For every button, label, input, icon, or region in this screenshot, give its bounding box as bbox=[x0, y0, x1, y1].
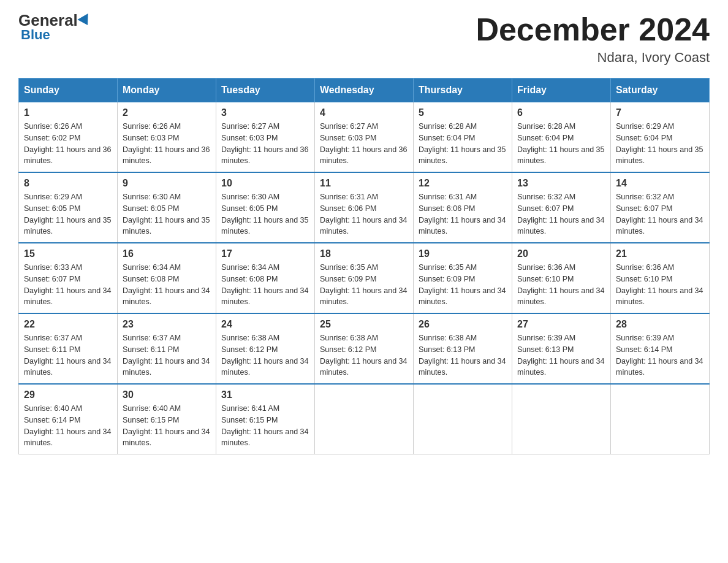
day-info: Sunrise: 6:38 AMSunset: 6:13 PMDaylight:… bbox=[419, 332, 507, 378]
day-number: 2 bbox=[123, 107, 211, 118]
day-info: Sunrise: 6:41 AMSunset: 6:15 PMDaylight:… bbox=[221, 403, 309, 449]
calendar-week-row: 15Sunrise: 6:33 AMSunset: 6:07 PMDayligh… bbox=[19, 243, 710, 313]
calendar-day-cell bbox=[611, 384, 710, 454]
day-info: Sunrise: 6:40 AMSunset: 6:14 PMDaylight:… bbox=[24, 403, 112, 449]
location-text: Ndara, Ivory Coast bbox=[476, 50, 710, 66]
day-number: 21 bbox=[616, 248, 704, 259]
calendar-day-cell: 11Sunrise: 6:31 AMSunset: 6:06 PMDayligh… bbox=[315, 172, 414, 243]
day-number: 3 bbox=[221, 107, 309, 118]
calendar-week-row: 1Sunrise: 6:26 AMSunset: 6:02 PMDaylight… bbox=[19, 102, 710, 173]
day-number: 6 bbox=[517, 107, 605, 118]
calendar-day-cell bbox=[414, 384, 512, 454]
day-info: Sunrise: 6:38 AMSunset: 6:12 PMDaylight:… bbox=[221, 332, 309, 378]
day-number: 23 bbox=[123, 319, 211, 330]
calendar-day-cell: 12Sunrise: 6:31 AMSunset: 6:06 PMDayligh… bbox=[414, 172, 512, 243]
day-info: Sunrise: 6:27 AMSunset: 6:03 PMDaylight:… bbox=[221, 121, 309, 167]
day-info: Sunrise: 6:35 AMSunset: 6:09 PMDaylight:… bbox=[419, 262, 507, 308]
calendar-day-cell: 10Sunrise: 6:30 AMSunset: 6:05 PMDayligh… bbox=[216, 172, 315, 243]
day-number: 13 bbox=[517, 178, 605, 189]
day-number: 31 bbox=[221, 389, 309, 400]
calendar-day-cell bbox=[512, 384, 611, 454]
day-info: Sunrise: 6:27 AMSunset: 6:03 PMDaylight:… bbox=[320, 121, 408, 167]
day-info: Sunrise: 6:38 AMSunset: 6:12 PMDaylight:… bbox=[320, 332, 408, 378]
calendar-table: SundayMondayTuesdayWednesdayThursdayFrid… bbox=[18, 78, 710, 454]
page-header: General Blue December 2024 Ndara, Ivory … bbox=[18, 12, 710, 66]
calendar-day-cell: 26Sunrise: 6:38 AMSunset: 6:13 PMDayligh… bbox=[414, 313, 512, 384]
day-number: 20 bbox=[517, 248, 605, 259]
calendar-week-row: 8Sunrise: 6:29 AMSunset: 6:05 PMDaylight… bbox=[19, 172, 710, 243]
day-number: 7 bbox=[616, 107, 704, 118]
day-info: Sunrise: 6:26 AMSunset: 6:02 PMDaylight:… bbox=[24, 121, 112, 167]
day-number: 12 bbox=[419, 178, 507, 189]
day-info: Sunrise: 6:40 AMSunset: 6:15 PMDaylight:… bbox=[123, 403, 211, 449]
column-header-sunday: Sunday bbox=[19, 79, 118, 102]
day-info: Sunrise: 6:34 AMSunset: 6:08 PMDaylight:… bbox=[123, 262, 211, 308]
calendar-header-row: SundayMondayTuesdayWednesdayThursdayFrid… bbox=[19, 79, 710, 102]
day-number: 26 bbox=[419, 319, 507, 330]
day-info: Sunrise: 6:28 AMSunset: 6:04 PMDaylight:… bbox=[419, 121, 507, 167]
calendar-day-cell: 8Sunrise: 6:29 AMSunset: 6:05 PMDaylight… bbox=[19, 172, 118, 243]
day-info: Sunrise: 6:30 AMSunset: 6:05 PMDaylight:… bbox=[123, 191, 211, 237]
calendar-day-cell: 14Sunrise: 6:32 AMSunset: 6:07 PMDayligh… bbox=[611, 172, 710, 243]
day-info: Sunrise: 6:30 AMSunset: 6:05 PMDaylight:… bbox=[221, 191, 309, 237]
calendar-day-cell: 13Sunrise: 6:32 AMSunset: 6:07 PMDayligh… bbox=[512, 172, 611, 243]
day-info: Sunrise: 6:37 AMSunset: 6:11 PMDaylight:… bbox=[123, 332, 211, 378]
day-number: 10 bbox=[221, 178, 309, 189]
day-info: Sunrise: 6:31 AMSunset: 6:06 PMDaylight:… bbox=[419, 191, 507, 237]
day-number: 18 bbox=[320, 248, 408, 259]
day-info: Sunrise: 6:39 AMSunset: 6:13 PMDaylight:… bbox=[517, 332, 605, 378]
day-number: 30 bbox=[123, 389, 211, 400]
day-number: 9 bbox=[123, 178, 211, 189]
day-number: 4 bbox=[320, 107, 408, 118]
calendar-day-cell: 15Sunrise: 6:33 AMSunset: 6:07 PMDayligh… bbox=[19, 243, 118, 313]
day-info: Sunrise: 6:37 AMSunset: 6:11 PMDaylight:… bbox=[24, 332, 112, 378]
calendar-day-cell: 30Sunrise: 6:40 AMSunset: 6:15 PMDayligh… bbox=[118, 384, 216, 454]
day-number: 29 bbox=[24, 389, 112, 400]
column-header-wednesday: Wednesday bbox=[315, 79, 414, 102]
calendar-day-cell: 17Sunrise: 6:34 AMSunset: 6:08 PMDayligh… bbox=[216, 243, 315, 313]
day-info: Sunrise: 6:34 AMSunset: 6:08 PMDaylight:… bbox=[221, 262, 309, 308]
day-info: Sunrise: 6:33 AMSunset: 6:07 PMDaylight:… bbox=[24, 262, 112, 308]
day-number: 11 bbox=[320, 178, 408, 189]
logo-general-text: General bbox=[18, 12, 78, 28]
day-number: 28 bbox=[616, 319, 704, 330]
calendar-day-cell: 21Sunrise: 6:36 AMSunset: 6:10 PMDayligh… bbox=[611, 243, 710, 313]
day-info: Sunrise: 6:32 AMSunset: 6:07 PMDaylight:… bbox=[616, 191, 704, 237]
day-number: 25 bbox=[320, 319, 408, 330]
calendar-day-cell: 20Sunrise: 6:36 AMSunset: 6:10 PMDayligh… bbox=[512, 243, 611, 313]
day-info: Sunrise: 6:26 AMSunset: 6:03 PMDaylight:… bbox=[123, 121, 211, 167]
calendar-day-cell: 24Sunrise: 6:38 AMSunset: 6:12 PMDayligh… bbox=[216, 313, 315, 384]
calendar-day-cell: 16Sunrise: 6:34 AMSunset: 6:08 PMDayligh… bbox=[118, 243, 216, 313]
logo-blue-text: Blue bbox=[21, 27, 50, 43]
day-info: Sunrise: 6:31 AMSunset: 6:06 PMDaylight:… bbox=[320, 191, 408, 237]
title-area: December 2024 Ndara, Ivory Coast bbox=[476, 12, 710, 66]
day-number: 1 bbox=[24, 107, 112, 118]
day-number: 5 bbox=[419, 107, 507, 118]
calendar-day-cell: 7Sunrise: 6:29 AMSunset: 6:04 PMDaylight… bbox=[611, 102, 710, 173]
day-number: 15 bbox=[24, 248, 112, 259]
day-info: Sunrise: 6:36 AMSunset: 6:10 PMDaylight:… bbox=[616, 262, 704, 308]
day-info: Sunrise: 6:28 AMSunset: 6:04 PMDaylight:… bbox=[517, 121, 605, 167]
calendar-week-row: 22Sunrise: 6:37 AMSunset: 6:11 PMDayligh… bbox=[19, 313, 710, 384]
calendar-day-cell: 19Sunrise: 6:35 AMSunset: 6:09 PMDayligh… bbox=[414, 243, 512, 313]
column-header-saturday: Saturday bbox=[611, 79, 710, 102]
column-header-friday: Friday bbox=[512, 79, 611, 102]
calendar-day-cell: 5Sunrise: 6:28 AMSunset: 6:04 PMDaylight… bbox=[414, 102, 512, 173]
calendar-day-cell: 3Sunrise: 6:27 AMSunset: 6:03 PMDaylight… bbox=[216, 102, 315, 173]
column-header-thursday: Thursday bbox=[414, 79, 512, 102]
column-header-monday: Monday bbox=[118, 79, 216, 102]
day-number: 16 bbox=[123, 248, 211, 259]
calendar-day-cell: 18Sunrise: 6:35 AMSunset: 6:09 PMDayligh… bbox=[315, 243, 414, 313]
calendar-day-cell: 4Sunrise: 6:27 AMSunset: 6:03 PMDaylight… bbox=[315, 102, 414, 173]
day-info: Sunrise: 6:32 AMSunset: 6:07 PMDaylight:… bbox=[517, 191, 605, 237]
calendar-day-cell: 31Sunrise: 6:41 AMSunset: 6:15 PMDayligh… bbox=[216, 384, 315, 454]
calendar-day-cell: 27Sunrise: 6:39 AMSunset: 6:13 PMDayligh… bbox=[512, 313, 611, 384]
day-info: Sunrise: 6:35 AMSunset: 6:09 PMDaylight:… bbox=[320, 262, 408, 308]
day-number: 17 bbox=[221, 248, 309, 259]
calendar-day-cell: 1Sunrise: 6:26 AMSunset: 6:02 PMDaylight… bbox=[19, 102, 118, 173]
day-info: Sunrise: 6:36 AMSunset: 6:10 PMDaylight:… bbox=[517, 262, 605, 308]
calendar-week-row: 29Sunrise: 6:40 AMSunset: 6:14 PMDayligh… bbox=[19, 384, 710, 454]
month-title: December 2024 bbox=[476, 12, 710, 47]
day-number: 19 bbox=[419, 248, 507, 259]
calendar-day-cell: 28Sunrise: 6:39 AMSunset: 6:14 PMDayligh… bbox=[611, 313, 710, 384]
